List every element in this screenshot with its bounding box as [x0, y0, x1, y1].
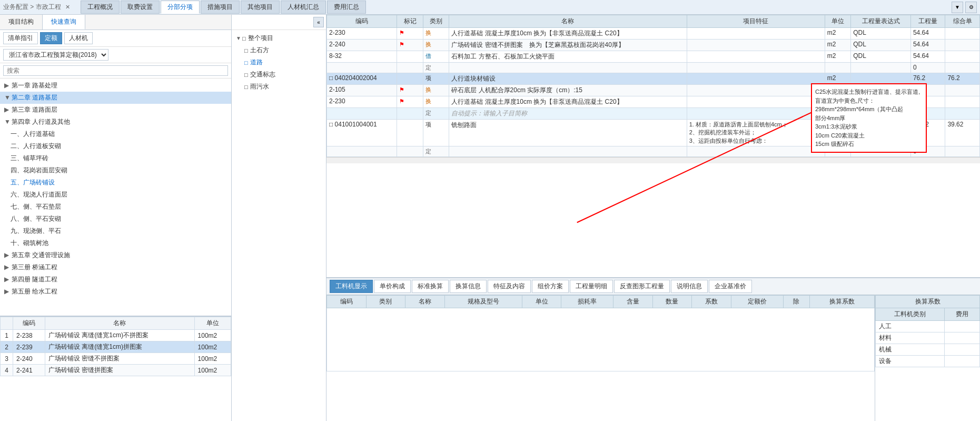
- tree-item-sub1[interactable]: 一、人行道基础: [0, 128, 231, 140]
- th-unit: 单位: [522, 296, 561, 308]
- row-code: 2-241: [13, 365, 45, 376]
- file-item-project[interactable]: ▼ □ 整个项目: [234, 32, 324, 44]
- cell-feature: [687, 85, 825, 96]
- toolbar-right: ▼ ⚙: [952, 2, 977, 13]
- cell-name-hint: 自动提示：请输入子目简称: [449, 108, 687, 120]
- quota-select[interactable]: 浙江省市政工程预算定额(2018): [3, 49, 108, 61]
- labor-row-3[interactable]: 机械: [876, 344, 980, 356]
- tree-item-sub2[interactable]: 二、人行道板安砌: [0, 140, 231, 152]
- tab-features[interactable]: 特征及内容: [488, 280, 531, 293]
- feature-tooltip: C25水泥混凝土预制行进盲道、提示盲道,盲道宜为中黄色,尺寸： 298mm*29…: [811, 83, 927, 153]
- row-name: 广场砖铺设 离缝(缝宽1cm)不拼图案: [45, 330, 195, 341]
- file-item-road[interactable]: □ 道路: [234, 56, 324, 68]
- main-table-wrap: 编码 标记 类别 名称 项目特征 单位 工程量表达式 工程量 综合单 2-230: [326, 15, 980, 277]
- collapse-btn[interactable]: «: [313, 17, 324, 27]
- th-code: 编码: [327, 15, 397, 28]
- folder-arrow: ▼: [236, 35, 241, 41]
- tab-labor-display[interactable]: 工料机显示: [330, 280, 373, 293]
- cell-price: [945, 63, 980, 73]
- tab-measures[interactable]: 措施项目: [201, 1, 240, 14]
- row-code: 2-239: [13, 341, 45, 353]
- tab-description[interactable]: 说明信息: [671, 280, 708, 293]
- cell-price: [945, 40, 980, 51]
- cell-price: [945, 51, 980, 63]
- close-icon[interactable]: ✕: [65, 4, 70, 11]
- tab-project-structure[interactable]: 项目结构: [0, 15, 43, 30]
- tab-quick-query[interactable]: 快速查询: [43, 15, 85, 30]
- table-row[interactable]: 4 2-241 广场砖铺设 密缝拼图案 100m2: [1, 365, 231, 376]
- cell-price: [945, 108, 980, 120]
- labor-btn[interactable]: 人材机: [64, 32, 93, 44]
- tree-item-ch4[interactable]: ▼第四章 人行道及其他: [0, 116, 231, 128]
- col-code: 编码: [13, 317, 45, 330]
- table-row[interactable]: 8-32 借 石料加工 方整石、石板加工火烧平面 m2 QDL 54.64: [327, 51, 980, 63]
- tab-overview[interactable]: 工程概况: [81, 1, 120, 14]
- tree-item-sub6[interactable]: 六、现浇人行道面层: [0, 189, 231, 201]
- table-row[interactable]: 2-230 ⚑ 换 人行道基础 混凝土厚度10cm 换为【非泵送商品混凝土 C2…: [327, 28, 980, 40]
- th-feature: 项目特征: [687, 15, 825, 28]
- tree-item-vol3[interactable]: ▶第三册 桥涵工程: [0, 261, 231, 273]
- tree-item-ch1[interactable]: ▶第一章 路基处理: [0, 80, 231, 92]
- th-labor-type: 工料机类别: [876, 308, 945, 321]
- labor-row-4[interactable]: 设备: [876, 356, 980, 367]
- tab-unit-price[interactable]: 单价构成: [374, 280, 411, 293]
- tab-review-qty[interactable]: 反查图形工程量: [614, 280, 670, 293]
- file-item-drainage[interactable]: □ 雨污水: [234, 81, 324, 93]
- table-row[interactable]: 2-240 ⚑ 换 广场砖铺设 密缝不拼图案 换为【芝麻黑荔枝面花岗岩40厚】 …: [327, 40, 980, 51]
- settings-icon[interactable]: ⚙: [965, 2, 977, 13]
- clear-list-btn[interactable]: 清单指引: [3, 32, 38, 44]
- labor-row-2[interactable]: 材料: [876, 332, 980, 344]
- th-flag: 标记: [397, 15, 423, 28]
- tab-standard-calc[interactable]: 标准换算: [412, 280, 449, 293]
- table-row[interactable]: 3 2-240 广场砖铺设 密缝不拼图案 100m2: [1, 353, 231, 365]
- th-qty: 工程量: [910, 15, 945, 28]
- tree-item-vol5[interactable]: ▶第五册 给水工程: [0, 286, 231, 298]
- tab-labor[interactable]: 人材机汇总: [281, 1, 326, 14]
- tree-item-sub10[interactable]: 十、砌筑树池: [0, 237, 231, 249]
- file-tree: ▼ □ 整个项目 □ 土石方 □ 道路 □ 交通标志 □ 雨污水: [232, 30, 326, 421]
- table-row[interactable]: 1 2-238 广场砖铺设 离缝(缝宽1cm)不拼图案 100m2: [1, 330, 231, 341]
- tab-fees[interactable]: 费用汇总: [327, 1, 366, 14]
- cell-type: 项: [423, 73, 449, 85]
- tree-item-ch2[interactable]: ▼第二章 道路基层: [0, 92, 231, 104]
- tab-calc-info[interactable]: 换算信息: [450, 280, 487, 293]
- tab-fenbufenxiang[interactable]: 分部分项: [161, 1, 200, 14]
- tree-item-ch3[interactable]: ▶第三章 道路面层: [0, 104, 231, 116]
- row-name: 广场砖铺设 密缝拼图案: [45, 365, 195, 376]
- tree-item-sub5[interactable]: 五、广场砖铺设: [0, 177, 231, 189]
- left-tabs: 项目结构 快速查询: [0, 15, 231, 30]
- file-item-traffic[interactable]: □ 交通标志: [234, 68, 324, 81]
- tab-price-plan[interactable]: 组价方案: [532, 280, 569, 293]
- mid-toolbar: «: [232, 15, 326, 30]
- cell-flag: [397, 108, 423, 120]
- tree-item-vol4[interactable]: ▶第四册 隧道工程: [0, 273, 231, 286]
- cell-name: 广场砖铺设 密缝不拼图案 换为【芝麻黑荔枝面花岗岩40厚】: [449, 40, 687, 51]
- cell-qty: 54.64: [910, 28, 945, 40]
- cell-fee: [945, 332, 980, 344]
- search-input[interactable]: [3, 65, 228, 76]
- tree-item-sub8[interactable]: 八、侧、平石安砌: [0, 213, 231, 225]
- tab-other[interactable]: 其他项目: [241, 1, 280, 14]
- horizontal-scrollbar[interactable]: [326, 157, 980, 163]
- tab-base-price[interactable]: 企业基准价: [709, 280, 752, 293]
- quota-btn[interactable]: 定额: [40, 32, 62, 44]
- labor-row-1[interactable]: 人工: [876, 321, 980, 332]
- cell-type: 定: [423, 63, 449, 73]
- col-unit: 单位: [194, 317, 231, 330]
- tab-qty-detail[interactable]: 工程量明细: [570, 280, 613, 293]
- tree-item-ch5[interactable]: ▶第五章 交通管理设施: [0, 249, 231, 261]
- file-item-earthwork[interactable]: □ 土石方: [234, 44, 324, 56]
- th-code: 编码: [327, 296, 367, 308]
- table-row[interactable]: 定 0: [327, 63, 980, 73]
- filter-icon[interactable]: ▼: [952, 2, 963, 13]
- cell-qty: 0: [910, 63, 945, 73]
- cell-qty: 54.64: [910, 40, 945, 51]
- tree-item-sub7[interactable]: 七、侧、平石垫层: [0, 201, 231, 213]
- tab-feesetting[interactable]: 取费设置: [121, 1, 160, 14]
- table-row[interactable]: 2 2-239 广场砖铺设 离缝(缝宽1cm)拼图案 100m2: [1, 341, 231, 353]
- tree-item-sub3[interactable]: 三、铺草坪砖: [0, 152, 231, 164]
- tree-item-sub9[interactable]: 九、现浇侧、平石: [0, 225, 231, 237]
- th-name: 名称: [449, 15, 687, 28]
- cell-feature: 1. 材质：原道路沥青上面层铣刨4cm；2、挖掘机挖渣装车外运；3、运距由投标单…: [687, 120, 825, 146]
- tree-item-sub4[interactable]: 四、花岗岩面层安砌: [0, 164, 231, 177]
